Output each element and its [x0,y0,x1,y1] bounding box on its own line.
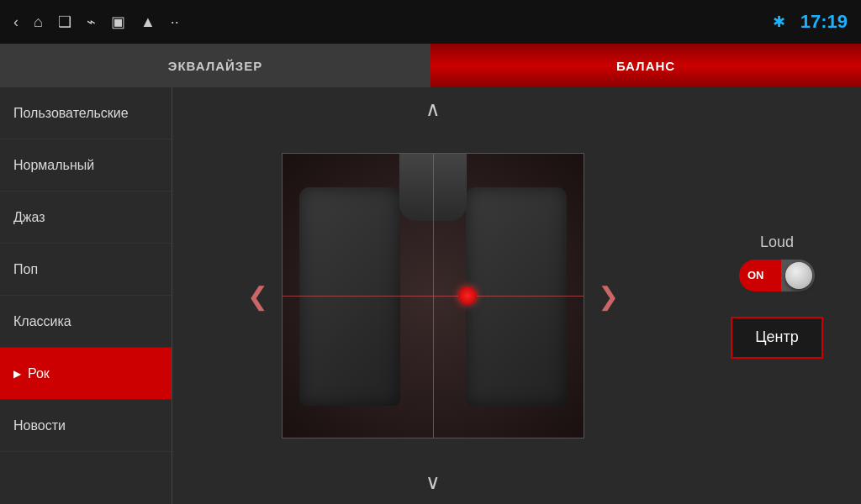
sidebar-item-normal[interactable]: Нормальный [0,139,172,192]
tab-balance[interactable]: БАЛАНС [430,44,861,87]
home-icon[interactable]: ⌂ [34,13,43,31]
windows-icon[interactable]: ❑ [58,13,71,31]
sidebar-item-pop[interactable]: Поп [0,244,172,296]
back-icon[interactable]: ‹ [13,13,18,31]
toggle-knob [785,262,812,289]
sidebar-item-jazz[interactable]: Джаз [0,192,172,244]
sidebar-item-news[interactable]: Новости [0,400,172,452]
loud-section: Loud ON [739,234,815,291]
sidebar-item-label: Классика [13,314,71,329]
status-bar: ‹ ⌂ ❑ ⌁ ▣ ▲ ·· ✱ 17:19 [0,0,861,44]
balance-dot[interactable] [458,286,477,305]
down-arrow-button[interactable]: ∨ [415,467,451,497]
tab-equalizer[interactable]: ЭКВАЛАЙЗЕР [0,44,430,87]
right-panel: Loud ON Центр [693,87,861,504]
main-content: Пользовательские Нормальный Джаз Поп Кла… [0,87,861,504]
left-arrow-button[interactable]: ❮ [240,275,275,318]
sidebar-item-label: Нормальный [13,158,94,173]
toggle-on-label: ON [747,269,764,281]
car-image[interactable] [282,153,584,438]
sidebar-item-label: Рок [28,366,50,381]
seat-right [466,187,567,406]
bluetooth-icon[interactable]: ✱ [773,13,785,31]
usb-icon: ⌁ [87,13,96,31]
sidebar-item-label: Новости [13,418,66,433]
sidebar-item-label: Пользовательские [13,106,129,121]
up-arrow-button[interactable]: ∧ [415,94,451,124]
sidebar-item-rock[interactable]: ▶ Рок [0,348,172,400]
dots-icon[interactable]: ·· [171,13,179,31]
right-arrow-button[interactable]: ❯ [591,275,626,318]
sidebar-item-user[interactable]: Пользовательские [0,87,172,139]
car-interior [283,154,584,438]
car-visual-container: ❮ ❯ [240,153,626,438]
crosshair-vertical [433,154,434,438]
tab-bar: ЭКВАЛАЙЗЕР БАЛАНС [0,44,861,87]
loud-toggle[interactable]: ON [739,260,815,291]
alert-icon[interactable]: ▲ [140,13,156,31]
loud-label: Loud [760,234,794,251]
balance-center-area: ∧ ❮ ❯ ∨ [172,87,693,504]
sidebar-item-classic[interactable]: Классика [0,296,172,348]
sidebar-item-label: Поп [13,262,38,277]
sidebar-item-label: Джаз [13,210,45,225]
time-display: 17:19 [800,11,848,33]
center-button[interactable]: Центр [731,317,823,359]
seat-left [299,187,400,406]
play-indicator-icon: ▶ [13,368,21,380]
sidebar: Пользовательские Нормальный Джаз Поп Кла… [0,87,172,504]
image-icon[interactable]: ▣ [111,13,125,31]
